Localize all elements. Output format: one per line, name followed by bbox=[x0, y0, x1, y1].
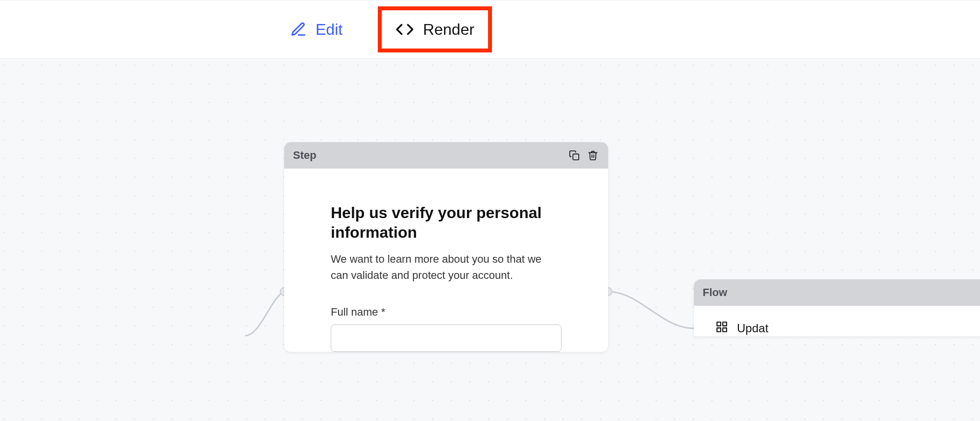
render-tab[interactable]: Render bbox=[378, 6, 492, 52]
connector-right bbox=[608, 284, 701, 343]
edit-tab-label: Edit bbox=[316, 21, 343, 39]
code-icon bbox=[395, 20, 414, 39]
step-node[interactable]: Step Help us verify your personal inform… bbox=[284, 142, 608, 352]
fullname-input[interactable] bbox=[331, 324, 562, 352]
step-header: Step bbox=[284, 142, 608, 169]
top-toolbar: Edit Render bbox=[0, 0, 980, 59]
step-title: Help us verify your personal information bbox=[331, 203, 562, 242]
render-tab-label: Render bbox=[423, 21, 474, 39]
svg-rect-4 bbox=[723, 328, 727, 332]
flow-header-label: Flow bbox=[703, 286, 727, 299]
svg-rect-2 bbox=[723, 322, 727, 326]
step-header-label: Step bbox=[293, 149, 317, 162]
svg-rect-3 bbox=[717, 328, 721, 332]
edit-icon bbox=[290, 21, 307, 38]
flow-canvas[interactable]: Step Help us verify your personal inform… bbox=[0, 59, 980, 421]
svg-rect-0 bbox=[573, 154, 579, 160]
duplicate-button[interactable] bbox=[568, 149, 581, 162]
svg-rect-1 bbox=[717, 322, 721, 326]
flow-header: Flow bbox=[694, 279, 980, 306]
flow-body: Updat bbox=[694, 306, 980, 336]
flow-node[interactable]: Flow Updat bbox=[694, 279, 980, 336]
fullname-label: Full name * bbox=[331, 306, 562, 319]
flow-item-label: Updat bbox=[737, 322, 768, 335]
step-body: Help us verify your personal information… bbox=[284, 169, 608, 352]
step-description: We want to learn more about you so that … bbox=[331, 251, 562, 283]
flow-item-icon bbox=[715, 321, 728, 336]
edit-tab[interactable]: Edit bbox=[279, 15, 353, 45]
delete-button[interactable] bbox=[587, 149, 599, 162]
